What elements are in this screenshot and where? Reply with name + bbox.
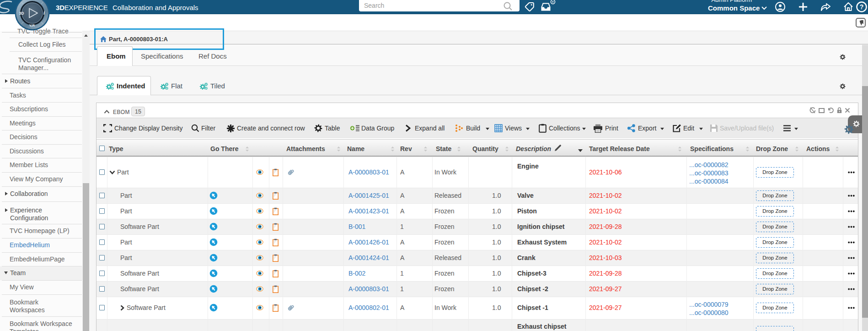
svg-text:i: i xyxy=(43,11,45,16)
svg-text:?: ? xyxy=(860,3,864,11)
svg-text:3D: 3D xyxy=(19,11,24,16)
svg-text:V,R: V,R xyxy=(29,23,35,27)
